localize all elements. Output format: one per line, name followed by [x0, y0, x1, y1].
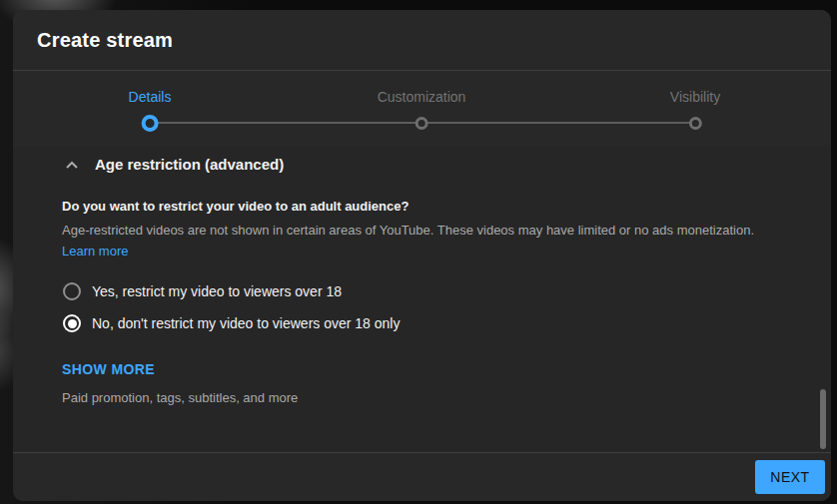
- chevron-up-icon: [64, 157, 80, 173]
- stepper-step-visibility[interactable]: Visibility: [670, 89, 720, 132]
- step-dot-icon: [413, 115, 429, 132]
- dialog-header: Create stream: [13, 10, 831, 71]
- stepper-step-details[interactable]: Details: [129, 89, 172, 132]
- radio-unselected-icon: [63, 282, 81, 300]
- age-restriction-section-toggle[interactable]: Age restriction (advanced): [64, 156, 284, 173]
- radio-option-restrict-no[interactable]: No, don't restrict my video to viewers o…: [63, 313, 400, 333]
- dialog-footer: NEXT: [13, 452, 831, 501]
- learn-more-link[interactable]: Learn more: [62, 244, 128, 259]
- dialog-title: Create stream: [37, 29, 173, 52]
- step-label: Visibility: [670, 89, 720, 105]
- radio-option-label: No, don't restrict my video to viewers o…: [92, 313, 400, 333]
- step-dot-active-icon: [141, 115, 158, 132]
- section-title: Age restriction (advanced): [95, 156, 284, 173]
- stepper: Details Customization Visibility: [13, 71, 831, 147]
- show-more-button[interactable]: SHOW MORE: [62, 361, 155, 377]
- next-button[interactable]: NEXT: [755, 460, 825, 494]
- create-stream-dialog: Create stream Details Customization Visi…: [13, 10, 831, 501]
- radio-option-label: Yes, restrict my video to viewers over 1…: [92, 281, 342, 301]
- scrollbar-thumb[interactable]: [820, 389, 826, 449]
- step-dot-icon: [687, 115, 704, 132]
- dialog-scroll-content: Age restriction (advanced) Do you want t…: [13, 147, 831, 452]
- age-restriction-description: Age-restricted videos are not shown in c…: [62, 223, 754, 239]
- show-more-hint: Paid promotion, tags, subtitles, and mor…: [62, 390, 298, 406]
- step-label: Customization: [378, 89, 466, 105]
- age-restriction-question: Do you want to restrict your video to an…: [62, 199, 409, 215]
- radio-option-restrict-yes[interactable]: Yes, restrict my video to viewers over 1…: [63, 281, 342, 301]
- stepper-step-customization[interactable]: Customization: [378, 89, 466, 132]
- radio-selected-icon: [63, 314, 81, 332]
- step-label: Details: [129, 89, 172, 105]
